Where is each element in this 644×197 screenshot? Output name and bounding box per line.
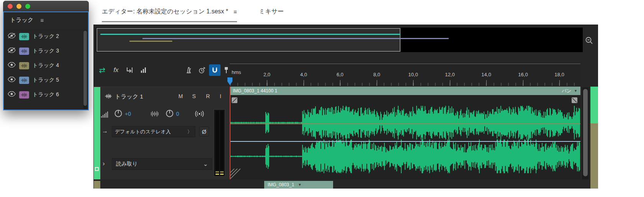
resize-hatch-icon[interactable] xyxy=(230,169,240,179)
phase-invert-button[interactable]: Ø xyxy=(199,126,209,136)
pan-bars-icon xyxy=(151,111,159,118)
pan-knob[interactable] xyxy=(165,109,174,119)
app-root: トラック ≡ トラック 2 トラック 3 トラック 4 xyxy=(0,0,644,197)
track-color-strip[interactable] xyxy=(94,87,100,179)
visibility-off-icon[interactable] xyxy=(8,48,16,54)
overview-track2-line xyxy=(142,38,449,39)
magnet-icon xyxy=(211,67,218,74)
bar-chart-icon xyxy=(140,67,147,74)
metering-button[interactable] xyxy=(138,64,149,76)
tracks-panel-body: トラック ≡ トラック 2 トラック 3 トラック 4 xyxy=(3,11,89,110)
input-arrow-icon: → xyxy=(102,128,108,135)
visibility-on-icon[interactable] xyxy=(8,77,16,84)
move-tool-button[interactable]: ⇄ xyxy=(96,64,108,76)
timeline-overview[interactable] xyxy=(96,28,583,52)
track-list-item[interactable]: トラック 2 xyxy=(4,29,88,44)
chevron-down-icon: ⌄ xyxy=(203,161,208,167)
editor-panel: ⇄ fx hms 2,0 4,0 6,0 8,0 10,0 12,0 14,0 … xyxy=(93,25,598,189)
vertical-scrollbar[interactable] xyxy=(582,87,589,179)
zoom-window-button[interactable] xyxy=(25,4,30,9)
tab-menu-icon[interactable]: ≡ xyxy=(234,8,237,15)
level-meter xyxy=(214,109,225,177)
clip-envelope-label: パン xyxy=(562,88,572,94)
right-track1-color xyxy=(590,87,598,123)
track-color-chip xyxy=(19,77,29,84)
clip-envelope-select[interactable]: パン ▼ xyxy=(562,88,577,94)
marker-pin-icon xyxy=(224,66,229,74)
clip-title: IMG_0803_1 44100 1 xyxy=(233,88,277,94)
track-list-item[interactable]: トラック 3 xyxy=(4,44,88,58)
meter-peak-mark xyxy=(216,171,219,172)
skip-selection-button[interactable] xyxy=(196,64,208,76)
track-color-chip xyxy=(19,62,29,69)
meter-peak-mark xyxy=(220,174,224,175)
clip-header[interactable]: IMG_0803_1 44100 1 パン ▼ xyxy=(230,87,580,95)
marker-button[interactable] xyxy=(222,64,230,76)
visibility-off-icon[interactable] xyxy=(8,33,16,40)
effects-button[interactable]: fx xyxy=(110,64,122,76)
meter-channel-right xyxy=(220,111,224,170)
fx-icon: fx xyxy=(113,66,118,74)
move-tool-icon: ⇄ xyxy=(99,66,106,75)
solo-button[interactable]: S xyxy=(192,93,196,99)
track-minimize-box[interactable] xyxy=(95,167,99,171)
waveform-icon xyxy=(104,94,113,100)
timeline-ruler[interactable]: hms 2,0 4,0 6,0 8,0 10,0 12,0 14,0 16,0 … xyxy=(230,64,580,86)
window-titlebar[interactable] xyxy=(3,1,89,11)
track2-color-strip xyxy=(94,181,100,189)
clock-icon xyxy=(198,66,206,74)
triangle-down-icon: ▼ xyxy=(574,89,577,93)
clip2-header[interactable]: IMG_0803_1 ▼ xyxy=(264,181,333,189)
automation-mode-select[interactable]: 読み取り ⌄ xyxy=(112,158,212,170)
chevron-right-icon: 〉 xyxy=(187,128,192,135)
expander-chevron[interactable]: › xyxy=(103,160,105,167)
pan-envelope-line[interactable] xyxy=(230,141,580,142)
minimize-window-button[interactable] xyxy=(16,4,21,9)
zoom-navigator-icon[interactable] xyxy=(584,36,594,46)
track-list-item[interactable]: トラック 5 xyxy=(4,73,88,87)
pan-value[interactable]: 0 xyxy=(176,111,179,117)
track-color-chip xyxy=(19,91,29,98)
right-track-color-strip xyxy=(590,87,598,189)
volume-value[interactable]: +0 xyxy=(125,111,131,117)
tracks-scrollbar[interactable] xyxy=(83,30,87,109)
track1-header: トラック 1 M S R I +0 0 → デフォルトのステレオ入 〉 Ø › … xyxy=(93,87,230,179)
input-select[interactable]: デフォルトのステレオ入 〉 xyxy=(112,126,195,137)
mute-button[interactable]: M xyxy=(178,93,183,99)
monitor-input-icon[interactable] xyxy=(195,110,204,119)
overview-track3-line xyxy=(129,41,172,42)
routing-button[interactable] xyxy=(124,64,136,76)
visibility-on-icon[interactable] xyxy=(8,62,16,69)
track-name: トラック 2 xyxy=(33,33,59,40)
tab-editor[interactable]: エディター: 名称未設定のセッション 1.sesx * ≡ xyxy=(102,8,237,22)
visibility-on-icon[interactable] xyxy=(8,91,16,98)
volume-bars-icon xyxy=(101,112,109,119)
input-select-value: デフォルトのステレオ入 xyxy=(115,128,171,135)
track1-name: トラック 1 xyxy=(115,93,143,100)
minor-ticks xyxy=(230,83,580,86)
tab-mixer-label: ミキサー xyxy=(259,8,284,16)
track-name: トラック 4 xyxy=(33,62,59,69)
input-monitor-button[interactable]: I xyxy=(220,93,221,99)
volume-knob[interactable] xyxy=(114,109,123,119)
metronome-button[interactable] xyxy=(183,64,195,76)
volume-envelope-line[interactable] xyxy=(230,123,580,124)
snap-toggle-button[interactable] xyxy=(209,64,221,76)
tracks-scrollbar-thumb[interactable] xyxy=(83,31,87,106)
track-color-chip xyxy=(19,48,29,55)
tracks-panel-title: トラック xyxy=(10,16,33,24)
tab-mixer[interactable]: ミキサー xyxy=(259,8,284,16)
track-name: トラック 5 xyxy=(33,77,59,84)
close-window-button[interactable] xyxy=(8,4,13,9)
track-name: トラック 3 xyxy=(33,48,59,54)
vertical-scrollbar-thumb[interactable] xyxy=(583,89,588,176)
panel-menu-icon[interactable]: ≡ xyxy=(40,17,44,23)
record-arm-button[interactable]: R xyxy=(206,93,210,99)
track-list-item[interactable]: トラック 6 xyxy=(4,87,88,102)
track-color-chip xyxy=(19,33,29,40)
waveform-area[interactable]: IMG_0803_1 44100 1 パン ▼ xyxy=(230,87,580,179)
track-list-item[interactable]: トラック 4 xyxy=(4,58,88,73)
zoom-range-box[interactable] xyxy=(96,28,400,52)
tracks-panel-header: トラック ≡ xyxy=(4,12,88,28)
automation-mode-value: 読み取り xyxy=(116,161,138,167)
